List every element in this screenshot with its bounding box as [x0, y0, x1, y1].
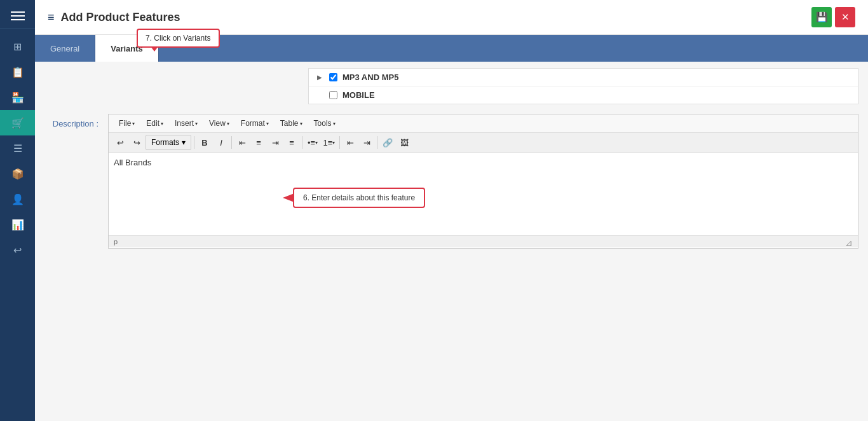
align-center-button[interactable]: ≡	[251, 135, 266, 150]
toolbar-sep-1	[194, 136, 194, 149]
menu-view[interactable]: View ▾	[204, 117, 234, 130]
checkbox-mp3mp5[interactable]	[329, 73, 337, 81]
checkbox-row-mp3mp5: ▶ MP3 AND MP5	[309, 69, 858, 86]
expand-mp3mp5-btn[interactable]: ▶	[315, 73, 324, 82]
menu-table[interactable]: Table ▾	[275, 117, 308, 130]
numbered-list-button[interactable]: 1≡▾	[322, 135, 337, 150]
sidebar-item-users[interactable]: 👤	[0, 186, 35, 212]
image-button[interactable]: 🖼	[397, 135, 412, 150]
tab-general-label: General	[50, 44, 79, 53]
orders-icon: 📋	[11, 66, 24, 78]
variants-callout-text: 7. Click on Variants	[146, 34, 211, 43]
description-callout-text: 6. Enter details about this feature	[303, 193, 415, 202]
table-arrow-icon: ▾	[300, 121, 302, 127]
view-arrow-icon: ▾	[227, 121, 229, 127]
bullet-list-button[interactable]: •≡▾	[305, 135, 320, 150]
sidebar-item-dashboard[interactable]: ⊞	[0, 34, 35, 59]
checkbox-panel: ▶ MP3 AND MP5 MOBILE	[308, 68, 858, 104]
sidebar-item-logout[interactable]: ↩	[0, 237, 35, 263]
sidebar-item-list[interactable]: ☰	[0, 135, 35, 161]
bold-button[interactable]: B	[197, 135, 212, 150]
page-title-area: ≡ Add Product Features	[48, 11, 180, 24]
align-left-button[interactable]: ⇤	[234, 135, 250, 150]
toolbar-sep-2	[231, 136, 232, 149]
undo-button[interactable]: ↩	[112, 135, 128, 150]
italic-button[interactable]: I	[214, 135, 229, 150]
insert-arrow-icon: ▾	[195, 121, 198, 127]
format-arrow-icon: ▾	[266, 121, 269, 127]
menu-format[interactable]: Format ▾	[236, 117, 274, 130]
products-icon: 🛒	[11, 116, 24, 129]
page-title: Add Product Features	[61, 11, 180, 24]
formats-arrow-icon: ▾	[182, 138, 186, 147]
menu-edit[interactable]: Edit ▾	[141, 117, 168, 130]
menu-tools[interactable]: Tools ▾	[309, 117, 341, 130]
editor-menubar: File ▾ Edit ▾ Insert ▾ View ▾	[109, 114, 858, 133]
logout-icon: ↩	[11, 244, 24, 256]
formats-dropdown[interactable]: Formats ▾	[146, 135, 191, 150]
reports-icon: 📊	[11, 218, 24, 231]
store-icon: 🏪	[11, 91, 24, 104]
menu-file[interactable]: File ▾	[114, 117, 140, 130]
sidebar-item-store[interactable]: 🏪	[0, 85, 35, 110]
description-callout: 6. Enter details about this feature	[293, 188, 425, 208]
indent-less-button[interactable]: ⇤	[342, 135, 358, 150]
save-button[interactable]: 💾	[811, 7, 832, 27]
description-callout-arrow	[283, 193, 294, 202]
tab-bar: General Variants 7. Click on Variants	[35, 35, 868, 62]
sidebar-top	[0, 6, 35, 29]
users-icon: 👤	[11, 193, 24, 205]
checkbox-mobile-label: MOBILE	[342, 90, 375, 100]
toolbar-sep-4	[339, 136, 340, 149]
main-content: ≡ Add Product Features 💾 ✕ General Varia…	[35, 0, 868, 421]
box-icon: 📦	[11, 167, 24, 180]
editor-content: All Brands	[114, 158, 853, 167]
edit-arrow-icon: ▾	[161, 121, 163, 127]
top-actions: 💾 ✕	[811, 7, 855, 27]
tools-arrow-icon: ▾	[333, 121, 336, 127]
file-arrow-icon: ▾	[132, 121, 135, 127]
resize-icon[interactable]: ⊿	[845, 238, 853, 248]
sidebar: ⊞ 📋 🏪 🛒 ☰ 📦 👤 📊 ↩	[0, 0, 35, 421]
editor-footer: p ⊿	[109, 235, 858, 247]
formats-label: Formats	[151, 138, 179, 147]
dashboard-icon: ⊞	[11, 40, 24, 53]
sidebar-item-reports[interactable]: 📊	[0, 212, 35, 237]
redo-button[interactable]: ↪	[129, 135, 144, 150]
menu-insert[interactable]: Insert ▾	[170, 117, 203, 130]
list-icon: ☰	[11, 142, 24, 155]
editor-body[interactable]: All Brands 6. Enter details about this f…	[109, 153, 858, 235]
editor-wrapper: File ▾ Edit ▾ Insert ▾ View ▾	[108, 114, 858, 249]
editor-footer-text: p	[114, 238, 118, 245]
toolbar-sep-3	[302, 136, 302, 149]
checkbox-mp3mp5-label: MP3 AND MP5	[342, 72, 398, 82]
link-button[interactable]: 🔗	[380, 135, 395, 150]
description-label: Description :	[44, 114, 108, 249]
checkbox-mobile[interactable]	[329, 91, 337, 99]
align-justify-button[interactable]: ≡	[284, 135, 299, 150]
description-section: Description : File ▾ Edit ▾ Insert ▾	[44, 114, 858, 249]
sidebar-item-box[interactable]: 📦	[0, 161, 35, 186]
indent-more-button[interactable]: ⇥	[359, 135, 374, 150]
variants-callout: 7. Click on Variants	[137, 29, 220, 48]
hamburger-icon[interactable]	[11, 11, 25, 20]
align-right-button[interactable]: ⇥	[268, 135, 283, 150]
toolbar-sep-5	[377, 136, 377, 149]
content-area: ▶ MP3 AND MP5 MOBILE Description : File …	[35, 62, 868, 421]
checkbox-row-mobile: MOBILE	[309, 86, 858, 104]
sidebar-item-products[interactable]: 🛒	[0, 110, 35, 135]
close-button[interactable]: ✕	[835, 7, 855, 27]
editor-toolbar: ↩ ↪ Formats ▾ B I ⇤ ≡ ⇥ ≡ •≡	[109, 133, 858, 153]
sidebar-item-orders[interactable]: 📋	[0, 59, 35, 85]
tab-general[interactable]: General	[35, 35, 95, 62]
page-title-icon: ≡	[48, 11, 55, 24]
